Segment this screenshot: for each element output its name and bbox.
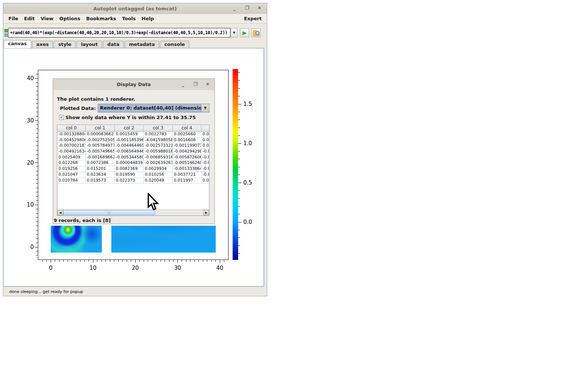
- table-cell[interactable]: -0.002639263...: [144, 160, 173, 166]
- table-cell[interactable]: 0.0037721: [173, 172, 201, 178]
- table-row[interactable]: -0.004921634...-0.005749665...-0.0065649…: [57, 149, 209, 155]
- scroll-right-icon[interactable]: ▶: [203, 210, 209, 215]
- table-cell[interactable]: 0.019256: [57, 166, 86, 172]
- table-cell[interactable]: -0.007002187...: [57, 143, 86, 149]
- table-cell[interactable]: -0.0: [201, 172, 209, 178]
- chevron-down-icon[interactable]: ▼: [201, 104, 209, 112]
- table-cell[interactable]: -0.002752505...: [86, 137, 115, 143]
- menu-file[interactable]: File: [6, 16, 21, 21]
- inspect-uri-button[interactable]: [251, 28, 261, 37]
- column-header[interactable]: col 2: [115, 125, 144, 132]
- menu-bookmarks[interactable]: Bookmarks: [83, 16, 119, 21]
- close-icon[interactable]: ✕: [255, 5, 263, 12]
- table-row[interactable]: -0.001328804...0.0000836620.00154590.002…: [57, 132, 209, 137]
- menu-edit[interactable]: Edit: [21, 16, 38, 21]
- table-cell[interactable]: -4.041598058...: [144, 137, 173, 143]
- table-cell[interactable]: 0.00: [201, 143, 209, 149]
- window-titlebar[interactable]: Autoplot untagged (as tomcat): [3, 3, 267, 14]
- table-cell[interactable]: -0.0: [201, 149, 209, 155]
- table-cell[interactable]: -0.005784977...: [86, 143, 115, 149]
- table-cell[interactable]: 0.0072386: [86, 160, 115, 166]
- table-cell[interactable]: 0.0022783: [144, 132, 173, 137]
- table-cell[interactable]: -0.004921634...: [57, 149, 86, 155]
- table-cell[interactable]: 0.012268: [57, 160, 86, 166]
- tab-console[interactable]: console: [160, 41, 189, 48]
- minimize-icon[interactable]: _: [230, 5, 239, 12]
- table-cell[interactable]: -0.005146240...: [173, 160, 201, 166]
- column-header[interactable]: col 1: [86, 125, 115, 132]
- column-header[interactable]: col 3: [144, 125, 173, 132]
- table-cell[interactable]: -0.004294298...: [173, 149, 201, 155]
- table-cell[interactable]: -0.001689662...: [86, 155, 115, 161]
- table-cell[interactable]: 0.010784: [57, 178, 86, 184]
- table-row[interactable]: -0.007002187...-0.005784977...-0.0044644…: [57, 143, 209, 149]
- table-cell[interactable]: 0.00: [201, 137, 209, 143]
- table-cell[interactable]: -0.005872606...: [173, 155, 201, 161]
- uri-input[interactable]: +rand(40,40)*(exp(-distance(40,40,20,20,…: [8, 28, 230, 37]
- table-cell[interactable]: 0.010256: [144, 172, 173, 178]
- expert-label[interactable]: Expert: [244, 16, 262, 21]
- table-cell[interactable]: -0.001328804...: [57, 132, 86, 137]
- maximize-icon[interactable]: ❐: [243, 5, 251, 12]
- filter-checkbox[interactable]: ✓: [59, 115, 64, 120]
- table-cell[interactable]: -0.004464469...: [115, 143, 144, 149]
- tab-metadata[interactable]: metadata: [125, 41, 159, 48]
- table-cell[interactable]: -0.002573321...: [144, 143, 173, 149]
- table-row[interactable]: 0.0107840.0195730.0223730.0200490.011997…: [57, 178, 209, 184]
- table-cell[interactable]: 0.011997: [173, 178, 201, 184]
- table-cell[interactable]: 0.0082369: [115, 166, 144, 172]
- table-row[interactable]: 0.0122680.00723860.000044839-0.002639263…: [57, 160, 209, 166]
- menu-options[interactable]: Options: [57, 16, 83, 21]
- scroll-left-icon[interactable]: ◀: [57, 210, 63, 215]
- menu-tools[interactable]: Tools: [119, 16, 139, 21]
- uri-dropdown-button[interactable]: ▼: [231, 28, 237, 37]
- column-header[interactable]: col 4: [173, 125, 201, 132]
- table-cell[interactable]: 0.000083662: [86, 132, 115, 137]
- table-cell[interactable]: 0.00: [201, 132, 209, 137]
- table-cell[interactable]: -0.001185396...: [115, 137, 144, 143]
- table-cell[interactable]: 0.0015459: [115, 132, 144, 137]
- column-header[interactable]: col 0: [57, 125, 86, 132]
- table-cell[interactable]: 0.020049: [144, 178, 173, 184]
- table-cell[interactable]: 0.021047: [57, 172, 86, 178]
- dialog-minimize-icon[interactable]: _: [179, 81, 187, 88]
- table-cell[interactable]: -0.001333864...: [173, 166, 201, 172]
- tab-axes[interactable]: axes: [32, 41, 53, 48]
- table-cell[interactable]: -0.0: [201, 155, 209, 161]
- table-cell[interactable]: -0.005344580...: [115, 155, 144, 161]
- go-button[interactable]: ▶: [240, 28, 249, 37]
- table-row[interactable]: 0.0210470.0236340.0195900.0102560.003772…: [57, 172, 209, 178]
- column-header[interactable]: col 5: [201, 125, 209, 132]
- table-row[interactable]: 0.0192560.0152010.00823690.0029934-0.001…: [57, 166, 209, 172]
- table-cell[interactable]: -0.001199077...: [173, 143, 201, 149]
- table-row[interactable]: -0.004529800...-0.002752505...-0.0011853…: [57, 137, 209, 143]
- table-cell[interactable]: 0.023634: [86, 172, 115, 178]
- table-row[interactable]: 0.0025409-0.001689662...-0.005344580...-…: [57, 155, 209, 161]
- table-cell[interactable]: -0.0: [201, 160, 209, 166]
- table-cell[interactable]: 0.0016608: [173, 137, 201, 143]
- table-cell[interactable]: 0.015201: [86, 166, 115, 172]
- dialog-maximize-icon[interactable]: ❐: [192, 81, 199, 88]
- table-cell[interactable]: -0.006564946...: [115, 149, 144, 155]
- table-cell[interactable]: -0.004529800...: [57, 137, 86, 143]
- menu-view[interactable]: View: [37, 16, 56, 21]
- table-cell[interactable]: 0.0029934: [144, 166, 173, 172]
- table-cell[interactable]: 0.022373: [115, 178, 144, 184]
- tab-canvas[interactable]: canvas: [4, 40, 31, 48]
- table-cell[interactable]: 0.000044839: [115, 160, 144, 166]
- table-cell[interactable]: 0.019590: [115, 172, 144, 178]
- menu-help[interactable]: Help: [139, 16, 157, 21]
- table-cell[interactable]: 0.019573: [86, 178, 115, 184]
- tab-style[interactable]: style: [54, 41, 76, 48]
- table-cell[interactable]: 0.0025409: [57, 155, 86, 161]
- table-cell[interactable]: 0.00: [201, 178, 209, 184]
- table-cell[interactable]: -0.006859316...: [144, 155, 173, 161]
- colorbar[interactable]: [233, 69, 238, 260]
- dialog-titlebar[interactable]: Display Data: [53, 79, 214, 90]
- table-cell[interactable]: -0.0: [201, 166, 209, 172]
- table-cell[interactable]: -0.005988016...: [144, 149, 173, 155]
- table-cell[interactable]: -0.005749665...: [86, 149, 115, 155]
- table-cell[interactable]: 0.0025660: [173, 132, 201, 137]
- tab-layout[interactable]: layout: [76, 41, 102, 48]
- plotted-data-combo[interactable]: Renderer 0: dataset[40,40] (dimension...…: [98, 104, 209, 112]
